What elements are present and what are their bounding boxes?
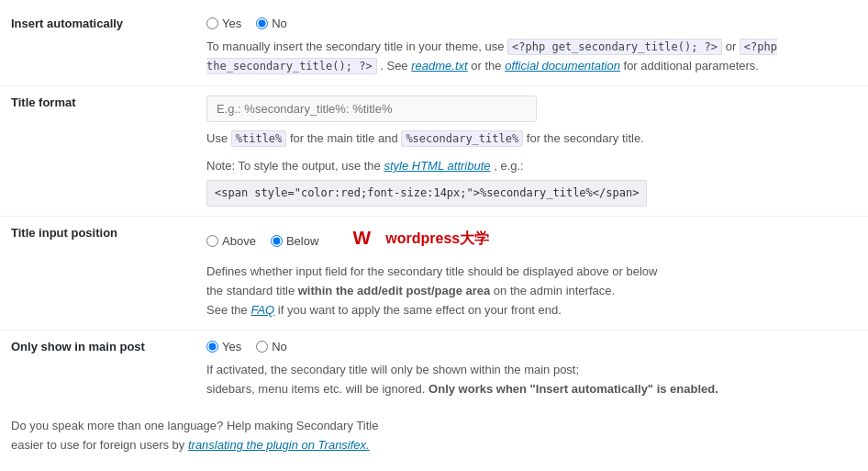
title-format-input[interactable] xyxy=(206,95,537,122)
footer-text2: easier to use for foreign users by xyxy=(11,438,184,452)
only-bold: Only works when "Insert automatically" i… xyxy=(428,382,718,396)
tf-desc-mid: for the main title and xyxy=(290,131,398,145)
insert-automatically-row: Insert automatically Yes No To manually … xyxy=(0,7,868,85)
only-no-label: No xyxy=(272,340,287,353)
title-input-position-content: Above Below W wordpress大学 Defines xyxy=(195,217,868,330)
note-pre: Note: To style the output, use the xyxy=(206,159,384,173)
footer: Do you speak more than one language? Hel… xyxy=(0,408,868,465)
or-text2: or the xyxy=(471,59,501,73)
below-radio-label[interactable]: Below xyxy=(271,234,318,248)
above-radio-label[interactable]: Above xyxy=(206,234,256,248)
only-yes-radio-label[interactable]: Yes xyxy=(206,340,241,353)
pos-desc1: Defines whether input field for the seco… xyxy=(206,264,657,278)
insert-automatically-label: Insert automatically xyxy=(0,7,195,85)
only-show-description: If activated, the secondary title will o… xyxy=(206,361,857,399)
title-input-position-label: Title input position xyxy=(0,217,195,330)
style-html-link[interactable]: style HTML attribute xyxy=(384,159,490,173)
faq-link[interactable]: FAQ xyxy=(250,303,274,317)
only-show-label: Only show in main post xyxy=(0,330,195,408)
pos-faq-pre: See the xyxy=(206,303,248,317)
insert-automatically-content: Yes No To manually insert the secondary … xyxy=(195,7,868,85)
tf-desc-pre: Use xyxy=(206,131,228,145)
only-show-content: Yes No If activated, the secondary title… xyxy=(195,330,868,408)
yes-label: Yes xyxy=(222,17,241,30)
insert-automatically-radios: Yes No xyxy=(206,17,857,30)
settings-table: Insert automatically Yes No To manually … xyxy=(0,7,868,408)
above-label: Above xyxy=(222,234,256,248)
desc-text1: To manually insert the secondary title i… xyxy=(206,39,504,53)
pos-faq-post: if you want to apply the same effect on … xyxy=(278,303,562,317)
yes-radio-label[interactable]: Yes xyxy=(206,17,241,30)
only-show-row: Only show in main post Yes No If activat… xyxy=(0,330,868,408)
watermark: W wordpress大学 xyxy=(351,224,489,253)
pos-desc2: the standard title xyxy=(206,284,295,297)
no-radio[interactable] xyxy=(256,17,268,29)
watermark-text: wordpress大学 xyxy=(385,230,489,246)
tf-code1: %title% xyxy=(231,130,287,147)
title-format-row: Title format Use %title% for the main ti… xyxy=(0,85,868,217)
below-label: Below xyxy=(286,234,318,248)
see-text: . See xyxy=(380,59,407,73)
code1: <?php get_secondary_title(); ?> xyxy=(507,39,722,55)
wordpress-icon: W xyxy=(351,224,381,253)
title-format-label: Title format xyxy=(0,85,195,217)
or-text: or xyxy=(726,39,740,53)
yes-radio[interactable] xyxy=(206,17,218,29)
transifex-link[interactable]: translating the plugin on Transifex. xyxy=(188,438,370,452)
only-no-radio-label[interactable]: No xyxy=(256,340,287,353)
pos-desc3: on the admin interface. xyxy=(494,284,615,297)
title-format-description: Use %title% for the main title and %seco… xyxy=(206,129,857,149)
title-format-content: Use %title% for the main title and %seco… xyxy=(195,85,868,217)
footer-text1: Do you speak more than one language? Hel… xyxy=(11,419,378,432)
tf-code2: %secondary_title% xyxy=(401,130,523,147)
only-yes-label: Yes xyxy=(222,340,241,353)
only-no-radio[interactable] xyxy=(256,341,268,353)
note-post: , e.g.: xyxy=(494,159,524,173)
svg-text:W: W xyxy=(353,228,372,249)
no-radio-label[interactable]: No xyxy=(256,17,287,30)
official-doc-link[interactable]: official documentation xyxy=(505,59,620,73)
only-show-radios: Yes No xyxy=(206,340,857,353)
below-radio[interactable] xyxy=(271,235,283,247)
insert-automatically-description: To manually insert the secondary title i… xyxy=(206,38,857,76)
title-input-position-row: Title input position Above Below W xyxy=(0,217,868,330)
only-desc1: If activated, the secondary title will o… xyxy=(206,363,579,376)
readme-link[interactable]: readme.txt xyxy=(411,59,467,73)
code-block-example: <span style="color:red;font-size:14px;">… xyxy=(206,180,647,207)
pos-bold: within the add/edit post/page area xyxy=(298,284,490,297)
no-label: No xyxy=(272,17,287,30)
title-format-note: Note: To style the output, use the style… xyxy=(206,157,857,207)
tf-desc-post: for the secondary title. xyxy=(527,131,644,145)
title-position-description: Defines whether input field for the seco… xyxy=(206,263,857,320)
only-yes-radio[interactable] xyxy=(206,341,218,353)
title-position-radios: Above Below W wordpress大学 xyxy=(206,226,857,255)
for-text: for additional parameters. xyxy=(624,59,759,73)
above-radio[interactable] xyxy=(206,235,218,247)
only-desc2: sidebars, menu items etc. will be ignore… xyxy=(206,382,425,396)
